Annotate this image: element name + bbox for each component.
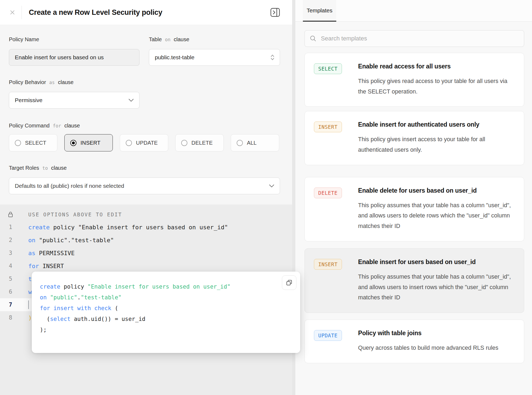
updown-chevron-icon	[271, 54, 274, 61]
dialog-title: Create a new Row Level Security policy	[29, 8, 162, 17]
sql-preview-line-5: );	[40, 324, 300, 335]
table-clause-keyword: on	[165, 37, 170, 42]
table-label: Table	[149, 36, 162, 43]
copy-icon	[286, 279, 292, 286]
code-line-2: 2 on "public"."test-table"	[0, 234, 292, 247]
policy-name-label: Policy Name	[9, 36, 39, 43]
copy-button[interactable]	[282, 275, 296, 290]
behavior-clause-word: clause	[58, 79, 74, 85]
template-search-box[interactable]	[304, 30, 524, 47]
sql-preview-line-2: on "public"."test-table"	[40, 292, 300, 303]
radio-insert[interactable]: INSERT	[64, 134, 113, 151]
template-list: SELECT Enable read access for all users …	[304, 53, 524, 363]
table-select-value: public.test-table	[155, 54, 194, 61]
radio-update[interactable]: UPDATE	[120, 134, 168, 151]
radio-select[interactable]: SELECT	[9, 134, 57, 151]
chevron-down-icon	[269, 184, 274, 188]
radio-circle	[181, 140, 187, 146]
insert-badge: INSERT	[314, 122, 342, 132]
roles-label: Target Roles	[9, 165, 39, 171]
table-clause-word: clause	[174, 36, 189, 43]
roles-clause-word: clause	[51, 165, 67, 171]
sql-preview-line-1: create policy "Enable insert for users b…	[40, 281, 300, 292]
policy-form: Policy Name Table on clause public.test-…	[0, 25, 292, 205]
template-card-table-joins[interactable]: UPDATE Policy with table joins Query acr…	[304, 320, 524, 363]
command-label: Policy Command	[9, 123, 50, 129]
template-description: This policy assumes that your table has …	[358, 272, 515, 303]
template-card-insert-user-id-selected[interactable]: INSERT Enable insert for users based on …	[304, 248, 524, 313]
chevron-down-icon	[128, 99, 134, 102]
tab-templates[interactable]: Templates	[303, 0, 336, 22]
radio-circle-selected	[70, 140, 76, 146]
template-description: Query across tables to build more advanc…	[358, 343, 515, 353]
command-clause-word: clause	[64, 123, 80, 129]
template-title: Policy with table joins	[358, 330, 515, 337]
command-clause-keyword: for	[53, 123, 61, 129]
close-button[interactable]	[8, 8, 17, 17]
radio-circle	[126, 140, 132, 146]
collapse-panel-button[interactable]	[269, 6, 281, 18]
template-title: Enable read access for all users	[358, 63, 515, 70]
template-description: This policy gives insert access to your …	[358, 134, 515, 155]
template-title: Enable delete for users based on user_id	[358, 187, 515, 194]
command-radio-group: SELECT INSERT UPDATE DELETE ALL	[9, 134, 280, 151]
behavior-select[interactable]: Permissive	[9, 92, 139, 109]
template-description: This policy gives read access to your ta…	[358, 76, 515, 97]
behavior-label: Policy Behavior	[9, 79, 46, 85]
templates-panel: Templates SELECT Enable read access for …	[295, 0, 532, 395]
header-divider	[22, 6, 22, 19]
insert-badge: INSERT	[314, 259, 342, 270]
policy-name-input[interactable]	[9, 49, 139, 66]
panel-toggle-icon	[270, 8, 281, 17]
dialog-header: Create a new Row Level Security policy	[0, 0, 292, 25]
radio-circle	[15, 140, 21, 146]
template-card-delete-user-id[interactable]: DELETE Enable delete for users based on …	[304, 177, 524, 241]
update-badge: UPDATE	[314, 330, 342, 341]
template-search-input[interactable]	[321, 35, 519, 42]
template-description: This policy assumes that your table has …	[358, 200, 515, 231]
behavior-clause-keyword: as	[49, 80, 55, 85]
sql-preview-line-3: for insert with check (	[40, 303, 300, 314]
sql-preview-popover: create policy "Enable insert for users b…	[32, 272, 300, 353]
roles-clause-keyword: to	[42, 165, 48, 171]
radio-circle	[237, 140, 243, 146]
delete-badge: DELETE	[314, 188, 342, 198]
code-line-4: 4 for INSERT	[0, 259, 292, 272]
editor-readonly-banner: USE OPTIONS ABOVE TO EDIT	[21, 212, 122, 217]
panel-tab-bar: Templates	[295, 0, 532, 22]
sql-preview-line-4: (select auth.uid()) = user_id	[40, 314, 300, 324]
select-badge: SELECT	[314, 63, 342, 74]
roles-select-value: Defaults to all (public) roles if none s…	[15, 183, 124, 189]
roles-select[interactable]: Defaults to all (public) roles if none s…	[9, 178, 280, 194]
code-line-1: 1 create policy "Enable insert for users…	[0, 221, 292, 234]
radio-all[interactable]: ALL	[231, 134, 279, 151]
code-line-3: 3 as PERMISSIVE	[0, 247, 292, 259]
text-cursor	[28, 300, 29, 309]
close-icon	[9, 9, 15, 15]
template-card-read-access[interactable]: SELECT Enable read access for all users …	[304, 53, 524, 107]
radio-delete[interactable]: DELETE	[175, 134, 224, 151]
template-title: Enable insert for authenticated users on…	[358, 121, 515, 128]
search-icon	[310, 35, 317, 42]
behavior-select-value: Permissive	[15, 97, 43, 103]
lock-icon	[8, 211, 13, 218]
template-card-insert-authenticated[interactable]: INSERT Enable insert for authenticated u…	[304, 111, 524, 165]
table-select[interactable]: public.test-table	[149, 49, 280, 66]
template-title: Enable insert for users based on user_id	[358, 258, 515, 266]
